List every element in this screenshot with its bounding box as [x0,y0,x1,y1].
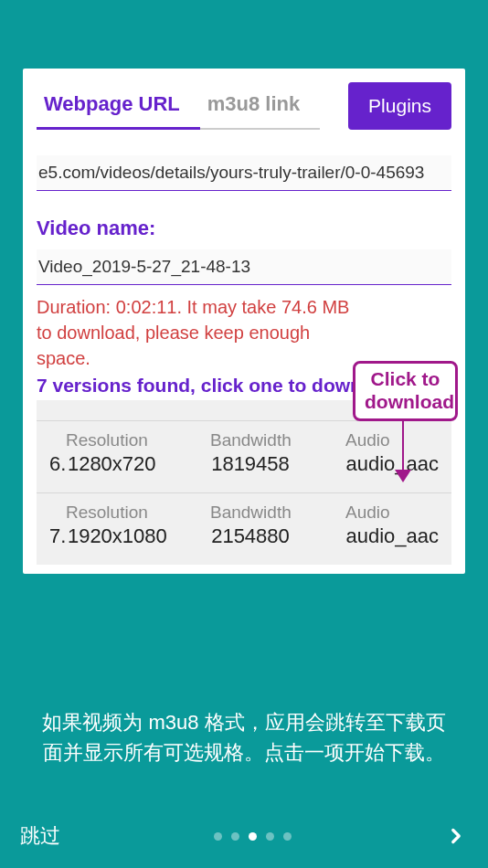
col-audio: Audio [345,503,439,523]
next-button[interactable] [444,824,468,848]
callout-text: Click to download [353,361,458,421]
row-index: 7. [49,524,68,548]
main-card: Webpage URL m3u8 link Plugins Video name… [23,69,465,574]
pager-dot[interactable] [283,832,292,841]
click-to-download-callout: Click to download [353,361,458,481]
nav-bar: 跳过 [0,804,488,868]
version-row[interactable]: Resolution Bandwidth Audio 7. 1920x1080 … [37,492,451,565]
row-bandwidth: 1819458 [211,452,345,476]
arrow-down-icon [402,421,404,481]
tab-m3u8-link[interactable]: m3u8 link [200,83,320,130]
plugins-button[interactable]: Plugins [348,82,451,130]
row-audio: audio_aac [345,524,439,548]
skip-button[interactable]: 跳过 [20,822,60,850]
duration-warning: Duration: 0:02:11. It may take 74.6 MB t… [37,294,360,371]
tab-webpage-url[interactable]: Webpage URL [37,83,200,130]
col-resolution: Resolution [66,430,210,450]
description-text: 如果视频为 m3u8 格式，应用会跳转至下载页面并显示所有可选规格。点击一项开始… [23,707,465,767]
row-bandwidth: 2154880 [211,524,345,548]
row-audio: audio_aac [345,400,439,401]
row-resolution: 1280x720 [68,452,211,476]
pager-dot[interactable] [249,832,257,841]
chevron-right-icon [444,824,468,848]
url-input[interactable] [37,155,451,191]
row-resolution: 1920x1080 [68,524,211,548]
row-index: 5. [49,400,68,401]
page-indicator [60,832,444,841]
pager-dot[interactable] [214,832,222,841]
row-resolution: 1024x576 [68,400,211,401]
col-bandwidth: Bandwidth [210,503,345,523]
tabs: Webpage URL m3u8 link [37,83,348,130]
col-bandwidth: Bandwidth [210,430,345,450]
pager-dot[interactable] [231,832,239,841]
row-bandwidth: 836312 [211,400,345,401]
video-name-input[interactable] [37,249,451,285]
col-resolution: Resolution [66,503,210,523]
row-index: 6. [49,452,68,476]
pager-dot[interactable] [266,832,274,841]
video-name-label: Video name: [37,217,451,240]
